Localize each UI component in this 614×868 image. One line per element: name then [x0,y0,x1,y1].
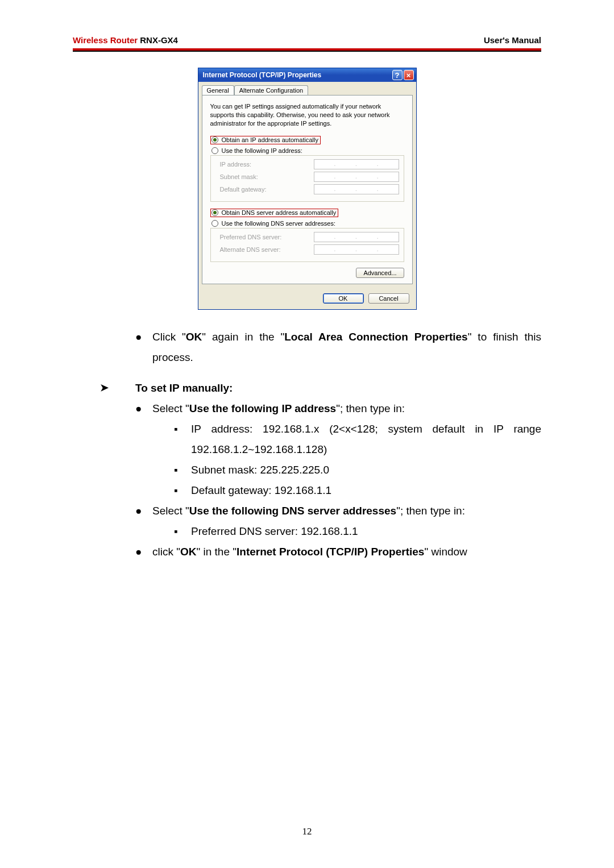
input-alternate-dns: ... [314,244,399,255]
arrow-icon: ➤ [100,378,135,398]
tab-alternate-configuration[interactable]: Alternate Configuration [234,85,309,95]
dialog-figure: Internet Protocol (TCP/IP) Properties ? … [73,68,541,310]
text: Click " [152,331,186,343]
label-alternate-dns: Alternate DNS server: [220,246,281,253]
list-item: ● Select "Use the following IP address";… [135,398,541,419]
list-item-text: Select "Use the following IP address"; t… [152,398,541,419]
text: click " [152,546,180,558]
list-item-text: click "OK" in the "Internet Protocol (TC… [152,542,541,562]
ok-button[interactable]: OK [323,293,364,304]
radio-label: Obtain DNS server address automatically [222,209,337,216]
radio-icon [211,220,218,227]
dns-fields-group: Preferred DNS server: ... Alternate DNS … [210,228,404,262]
manual-content: ● Click "OK" again in the "Local Area Co… [73,327,541,563]
radio-use-following-ip[interactable]: Use the following IP address: [210,147,404,155]
text-bold: OK [180,546,197,558]
list-item-text: Click "OK" again in the "Local Area Conn… [152,327,541,368]
radio-obtain-ip-auto[interactable]: Obtain an IP address automatically [210,136,321,144]
header-rule-black [73,51,541,52]
radio-obtain-dns-auto[interactable]: Obtain DNS server address automatically [210,209,339,217]
list-item: ▪ IP address: 192.168.1.x (2<x<128; syst… [174,419,541,460]
list-item-text: IP address: 192.168.1.x (2<x<128; system… [191,419,541,460]
page-header: Wireless Router RNX-GX4 User's Manual [73,35,541,48]
product-name-red: Wireless Router [73,35,138,45]
list-item-text: Default gateway: 192.168.1.1 [191,480,541,501]
text-bold: Internet Protocol (TCP/IP) Properties [237,546,424,558]
header-left: Wireless Router RNX-GX4 [73,35,178,45]
list-item: ▪ Default gateway: 192.168.1.1 [174,480,541,501]
label-preferred-dns: Preferred DNS server: [220,234,282,240]
list-item: ▪ Subnet mask: 225.225.225.0 [174,460,541,480]
square-bullet-icon: ▪ [174,521,191,542]
square-bullet-icon: ▪ [174,419,191,460]
list-item: ● Click "OK" again in the "Local Area Co… [135,327,541,368]
label-subnet-mask: Subnet mask: [220,173,258,180]
help-icon[interactable]: ? [392,70,403,80]
tcpip-properties-dialog: Internet Protocol (TCP/IP) Properties ? … [198,68,417,310]
radio-icon [211,147,218,154]
square-bullet-icon: ▪ [174,480,191,501]
input-preferred-dns: ... [314,232,399,242]
tab-row: General Alternate Configuration [198,82,416,95]
bullet-icon: ● [135,501,152,521]
square-bullet-icon: ▪ [174,460,191,480]
advanced-button[interactable]: Advanced... [356,268,404,278]
section-heading: ➤ To set IP manually: [100,378,541,398]
dialog-title: Internet Protocol (TCP/IP) Properties [203,71,322,79]
radio-icon [211,209,218,216]
input-subnet-mask: ... [314,172,399,182]
close-icon[interactable]: × [404,70,414,80]
text-bold: Local Area Connection Properties [284,331,467,343]
radio-label: Obtain an IP address automatically [222,136,318,143]
text: " window [424,546,467,558]
list-item-text: Preferred DNS server: 192.168.1.1 [191,521,541,542]
text-bold: Use the following IP address [189,402,336,414]
bullet-icon: ● [135,398,152,419]
dialog-description: You can get IP settings assigned automat… [210,102,404,128]
text: " in the " [196,546,237,558]
list-item-text: Subnet mask: 225.225.225.0 [191,460,541,480]
text-bold: Use the following DNS server addresses [189,505,396,517]
tab-panel-general: You can get IP settings assigned automat… [202,95,413,284]
product-model: RNX-GX4 [138,35,178,45]
radio-label: Use the following DNS server addresses: [222,220,336,227]
dialog-footer: OK Cancel [198,288,416,309]
text: "; then type in: [396,505,465,517]
tab-general[interactable]: General [202,85,234,95]
text: " again in the " [202,331,284,343]
list-item: ● click "OK" in the "Internet Protocol (… [135,542,541,562]
text: "; then type in: [336,402,405,414]
text-bold: OK [186,331,202,343]
bullet-icon: ● [135,327,152,368]
radio-use-following-dns[interactable]: Use the following DNS server addresses: [210,219,404,227]
radio-icon [211,136,218,143]
label-default-gateway: Default gateway: [220,186,267,193]
dialog-titlebar: Internet Protocol (TCP/IP) Properties ? … [198,68,416,82]
text: Select " [152,505,189,517]
header-right: User's Manual [484,35,541,45]
cancel-button[interactable]: Cancel [368,293,409,304]
input-default-gateway: ... [314,184,399,194]
list-item: ▪ Preferred DNS server: 192.168.1.1 [174,521,541,542]
ip-fields-group: IP address: ... Subnet mask: ... Default… [210,155,404,202]
text: Select " [152,402,189,414]
list-item: ● Select "Use the following DNS server a… [135,501,541,521]
section-heading-text: To set IP manually: [135,378,233,398]
page-number: 12 [0,826,614,837]
list-item-text: Select "Use the following DNS server add… [152,501,541,521]
radio-label: Use the following IP address: [222,147,302,154]
bullet-icon: ● [135,542,152,562]
input-ip-address: ... [314,159,399,169]
label-ip-address: IP address: [220,161,251,168]
